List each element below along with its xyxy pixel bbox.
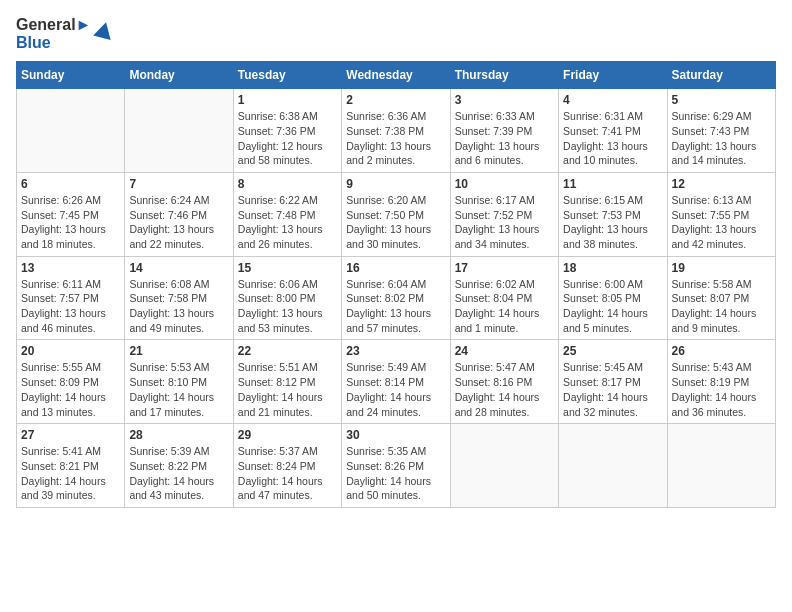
day-number: 7 bbox=[129, 177, 228, 191]
day-info: Sunrise: 6:17 AMSunset: 7:52 PMDaylight:… bbox=[455, 193, 554, 252]
day-number: 24 bbox=[455, 344, 554, 358]
day-info: Sunrise: 6:33 AMSunset: 7:39 PMDaylight:… bbox=[455, 109, 554, 168]
day-number: 4 bbox=[563, 93, 662, 107]
calendar-cell bbox=[17, 89, 125, 173]
calendar-day-header: Saturday bbox=[667, 62, 775, 89]
calendar-cell: 2Sunrise: 6:36 AMSunset: 7:38 PMDaylight… bbox=[342, 89, 450, 173]
calendar-cell: 5Sunrise: 6:29 AMSunset: 7:43 PMDaylight… bbox=[667, 89, 775, 173]
day-number: 10 bbox=[455, 177, 554, 191]
logo-line2: Blue bbox=[16, 34, 91, 52]
logo: General► Blue bbox=[16, 16, 113, 51]
day-info: Sunrise: 6:00 AMSunset: 8:05 PMDaylight:… bbox=[563, 277, 662, 336]
day-number: 12 bbox=[672, 177, 771, 191]
calendar-cell bbox=[559, 424, 667, 508]
logo-blue-text: ► bbox=[76, 16, 92, 33]
day-number: 1 bbox=[238, 93, 337, 107]
calendar-week-row: 6Sunrise: 6:26 AMSunset: 7:45 PMDaylight… bbox=[17, 172, 776, 256]
day-number: 14 bbox=[129, 261, 228, 275]
day-info: Sunrise: 6:15 AMSunset: 7:53 PMDaylight:… bbox=[563, 193, 662, 252]
calendar-cell: 28Sunrise: 5:39 AMSunset: 8:22 PMDayligh… bbox=[125, 424, 233, 508]
day-info: Sunrise: 5:37 AMSunset: 8:24 PMDaylight:… bbox=[238, 444, 337, 503]
day-number: 2 bbox=[346, 93, 445, 107]
day-info: Sunrise: 6:20 AMSunset: 7:50 PMDaylight:… bbox=[346, 193, 445, 252]
day-info: Sunrise: 5:55 AMSunset: 8:09 PMDaylight:… bbox=[21, 360, 120, 419]
day-number: 21 bbox=[129, 344, 228, 358]
calendar-table: SundayMondayTuesdayWednesdayThursdayFrid… bbox=[16, 61, 776, 508]
day-info: Sunrise: 6:11 AMSunset: 7:57 PMDaylight:… bbox=[21, 277, 120, 336]
calendar-cell: 12Sunrise: 6:13 AMSunset: 7:55 PMDayligh… bbox=[667, 172, 775, 256]
calendar-cell: 6Sunrise: 6:26 AMSunset: 7:45 PMDaylight… bbox=[17, 172, 125, 256]
calendar-cell: 21Sunrise: 5:53 AMSunset: 8:10 PMDayligh… bbox=[125, 340, 233, 424]
calendar-cell bbox=[667, 424, 775, 508]
calendar-week-row: 20Sunrise: 5:55 AMSunset: 8:09 PMDayligh… bbox=[17, 340, 776, 424]
day-info: Sunrise: 6:08 AMSunset: 7:58 PMDaylight:… bbox=[129, 277, 228, 336]
day-info: Sunrise: 6:13 AMSunset: 7:55 PMDaylight:… bbox=[672, 193, 771, 252]
calendar-week-row: 27Sunrise: 5:41 AMSunset: 8:21 PMDayligh… bbox=[17, 424, 776, 508]
calendar-cell: 25Sunrise: 5:45 AMSunset: 8:17 PMDayligh… bbox=[559, 340, 667, 424]
day-info: Sunrise: 6:36 AMSunset: 7:38 PMDaylight:… bbox=[346, 109, 445, 168]
calendar-cell: 27Sunrise: 5:41 AMSunset: 8:21 PMDayligh… bbox=[17, 424, 125, 508]
calendar-cell: 15Sunrise: 6:06 AMSunset: 8:00 PMDayligh… bbox=[233, 256, 341, 340]
calendar-cell: 16Sunrise: 6:04 AMSunset: 8:02 PMDayligh… bbox=[342, 256, 450, 340]
calendar-cell: 3Sunrise: 6:33 AMSunset: 7:39 PMDaylight… bbox=[450, 89, 558, 173]
logo-line1: General► bbox=[16, 16, 91, 34]
day-number: 19 bbox=[672, 261, 771, 275]
day-info: Sunrise: 6:24 AMSunset: 7:46 PMDaylight:… bbox=[129, 193, 228, 252]
calendar-cell: 24Sunrise: 5:47 AMSunset: 8:16 PMDayligh… bbox=[450, 340, 558, 424]
day-number: 3 bbox=[455, 93, 554, 107]
calendar-cell: 13Sunrise: 6:11 AMSunset: 7:57 PMDayligh… bbox=[17, 256, 125, 340]
logo-general-text: General bbox=[16, 16, 76, 33]
day-info: Sunrise: 6:04 AMSunset: 8:02 PMDaylight:… bbox=[346, 277, 445, 336]
day-info: Sunrise: 5:35 AMSunset: 8:26 PMDaylight:… bbox=[346, 444, 445, 503]
calendar-cell: 26Sunrise: 5:43 AMSunset: 8:19 PMDayligh… bbox=[667, 340, 775, 424]
day-info: Sunrise: 6:22 AMSunset: 7:48 PMDaylight:… bbox=[238, 193, 337, 252]
day-number: 30 bbox=[346, 428, 445, 442]
calendar-week-row: 13Sunrise: 6:11 AMSunset: 7:57 PMDayligh… bbox=[17, 256, 776, 340]
calendar-cell: 30Sunrise: 5:35 AMSunset: 8:26 PMDayligh… bbox=[342, 424, 450, 508]
day-number: 16 bbox=[346, 261, 445, 275]
calendar-cell: 4Sunrise: 6:31 AMSunset: 7:41 PMDaylight… bbox=[559, 89, 667, 173]
calendar-week-row: 1Sunrise: 6:38 AMSunset: 7:36 PMDaylight… bbox=[17, 89, 776, 173]
day-number: 11 bbox=[563, 177, 662, 191]
day-info: Sunrise: 5:39 AMSunset: 8:22 PMDaylight:… bbox=[129, 444, 228, 503]
day-number: 6 bbox=[21, 177, 120, 191]
day-info: Sunrise: 5:47 AMSunset: 8:16 PMDaylight:… bbox=[455, 360, 554, 419]
calendar-cell: 1Sunrise: 6:38 AMSunset: 7:36 PMDaylight… bbox=[233, 89, 341, 173]
calendar-cell: 17Sunrise: 6:02 AMSunset: 8:04 PMDayligh… bbox=[450, 256, 558, 340]
calendar-cell bbox=[125, 89, 233, 173]
calendar-cell: 18Sunrise: 6:00 AMSunset: 8:05 PMDayligh… bbox=[559, 256, 667, 340]
day-number: 20 bbox=[21, 344, 120, 358]
day-number: 29 bbox=[238, 428, 337, 442]
calendar-cell: 11Sunrise: 6:15 AMSunset: 7:53 PMDayligh… bbox=[559, 172, 667, 256]
day-info: Sunrise: 5:49 AMSunset: 8:14 PMDaylight:… bbox=[346, 360, 445, 419]
calendar-cell: 7Sunrise: 6:24 AMSunset: 7:46 PMDaylight… bbox=[125, 172, 233, 256]
calendar-cell: 19Sunrise: 5:58 AMSunset: 8:07 PMDayligh… bbox=[667, 256, 775, 340]
day-number: 25 bbox=[563, 344, 662, 358]
day-info: Sunrise: 5:41 AMSunset: 8:21 PMDaylight:… bbox=[21, 444, 120, 503]
calendar-cell: 8Sunrise: 6:22 AMSunset: 7:48 PMDaylight… bbox=[233, 172, 341, 256]
day-info: Sunrise: 6:38 AMSunset: 7:36 PMDaylight:… bbox=[238, 109, 337, 168]
day-number: 5 bbox=[672, 93, 771, 107]
day-number: 27 bbox=[21, 428, 120, 442]
logo-triangle-icon bbox=[94, 20, 116, 40]
calendar-cell: 29Sunrise: 5:37 AMSunset: 8:24 PMDayligh… bbox=[233, 424, 341, 508]
day-number: 18 bbox=[563, 261, 662, 275]
calendar-cell: 10Sunrise: 6:17 AMSunset: 7:52 PMDayligh… bbox=[450, 172, 558, 256]
calendar-cell: 20Sunrise: 5:55 AMSunset: 8:09 PMDayligh… bbox=[17, 340, 125, 424]
calendar-day-header: Monday bbox=[125, 62, 233, 89]
day-number: 17 bbox=[455, 261, 554, 275]
header: General► Blue bbox=[16, 16, 776, 51]
calendar-cell: 9Sunrise: 6:20 AMSunset: 7:50 PMDaylight… bbox=[342, 172, 450, 256]
day-info: Sunrise: 5:43 AMSunset: 8:19 PMDaylight:… bbox=[672, 360, 771, 419]
logo-text: General► Blue bbox=[16, 16, 91, 51]
calendar-day-header: Wednesday bbox=[342, 62, 450, 89]
day-info: Sunrise: 5:53 AMSunset: 8:10 PMDaylight:… bbox=[129, 360, 228, 419]
day-info: Sunrise: 5:51 AMSunset: 8:12 PMDaylight:… bbox=[238, 360, 337, 419]
day-info: Sunrise: 6:26 AMSunset: 7:45 PMDaylight:… bbox=[21, 193, 120, 252]
calendar-cell: 23Sunrise: 5:49 AMSunset: 8:14 PMDayligh… bbox=[342, 340, 450, 424]
day-number: 23 bbox=[346, 344, 445, 358]
day-info: Sunrise: 6:02 AMSunset: 8:04 PMDaylight:… bbox=[455, 277, 554, 336]
day-number: 13 bbox=[21, 261, 120, 275]
calendar-day-header: Sunday bbox=[17, 62, 125, 89]
calendar-day-header: Thursday bbox=[450, 62, 558, 89]
